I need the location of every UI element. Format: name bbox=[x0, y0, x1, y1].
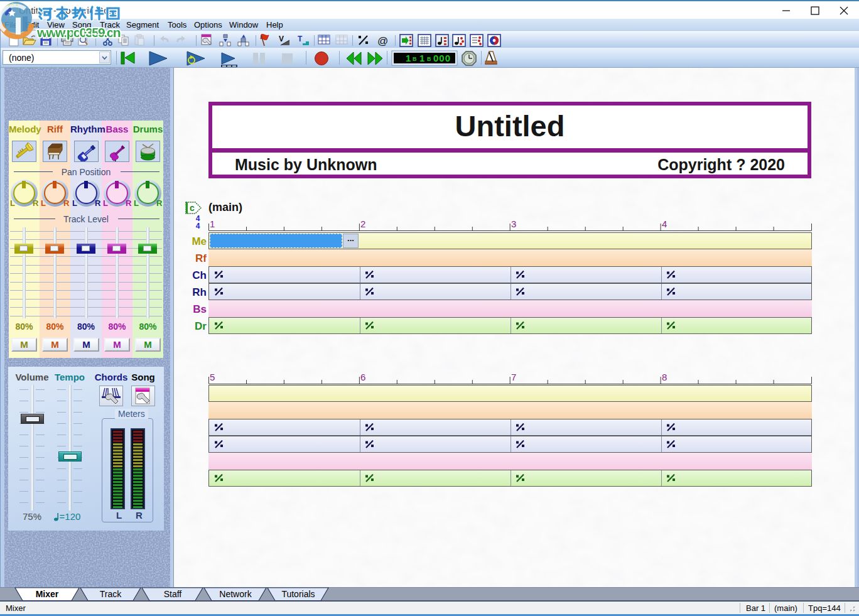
svg-text:1: 1 bbox=[406, 53, 411, 63]
svg-text:Network: Network bbox=[219, 589, 252, 599]
svg-text:Tutorials: Tutorials bbox=[281, 589, 315, 599]
svg-text:T: T bbox=[298, 35, 303, 43]
svg-text:Track: Track bbox=[100, 589, 122, 599]
svg-text:Staff: Staff bbox=[164, 589, 182, 599]
svg-text:www.pc0359.cn: www.pc0359.cn bbox=[36, 25, 121, 40]
svg-text:000: 000 bbox=[433, 53, 451, 63]
svg-text:1: 1 bbox=[419, 53, 424, 63]
svg-text:B: B bbox=[427, 56, 431, 62]
svg-text:B: B bbox=[413, 56, 417, 62]
svg-text:@: @ bbox=[377, 35, 388, 47]
svg-text:c: c bbox=[190, 203, 195, 213]
svg-text:Mixer: Mixer bbox=[36, 589, 59, 599]
svg-text:V: V bbox=[279, 35, 284, 43]
